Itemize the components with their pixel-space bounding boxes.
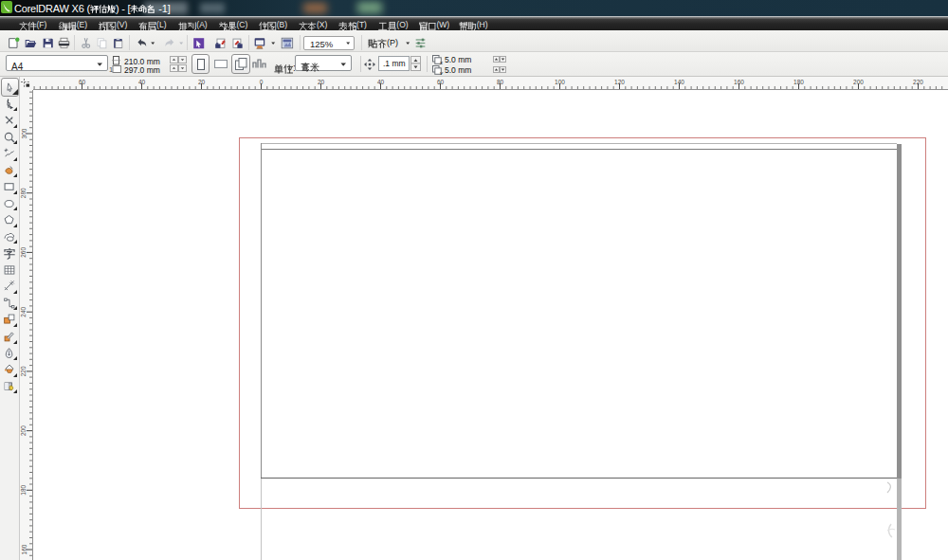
svg-text:60: 60 bbox=[437, 79, 445, 85]
svg-text:y: y bbox=[439, 70, 444, 75]
svg-text:200: 200 bbox=[21, 425, 27, 436]
svg-text:220: 220 bbox=[21, 366, 27, 376]
svg-text:160: 160 bbox=[21, 544, 27, 554]
svg-text:140: 140 bbox=[674, 79, 684, 85]
svg-text:300: 300 bbox=[21, 128, 27, 138]
svg-text:100: 100 bbox=[555, 79, 565, 85]
svg-text:120: 120 bbox=[614, 79, 625, 85]
svg-text:280: 280 bbox=[21, 188, 27, 198]
svg-text:180: 180 bbox=[21, 484, 27, 495]
svg-text:0: 0 bbox=[260, 79, 264, 85]
svg-text:80: 80 bbox=[497, 79, 504, 85]
svg-text:x: x bbox=[439, 60, 444, 64]
svg-text:200: 200 bbox=[853, 79, 864, 85]
svg-text:40: 40 bbox=[138, 79, 146, 85]
svg-text:180: 180 bbox=[793, 79, 804, 85]
svg-text:220: 220 bbox=[913, 79, 923, 85]
svg-text:160: 160 bbox=[734, 79, 744, 85]
svg-text:240: 240 bbox=[21, 306, 27, 316]
svg-text:260: 260 bbox=[21, 247, 27, 258]
svg-text:20: 20 bbox=[198, 79, 206, 85]
svg-text:20: 20 bbox=[318, 79, 325, 85]
svg-text:40: 40 bbox=[377, 79, 385, 85]
svg-text:60: 60 bbox=[79, 79, 86, 85]
